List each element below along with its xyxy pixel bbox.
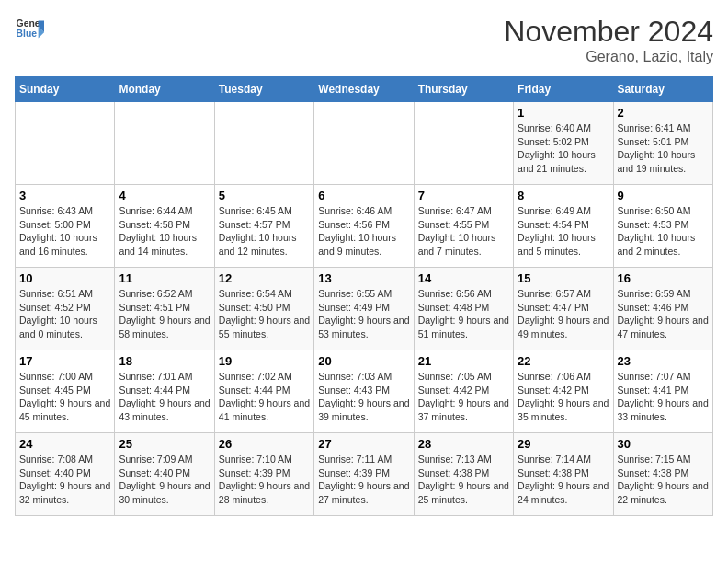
day-info: Sunrise: 6:43 AM Sunset: 5:00 PM Dayligh… [19,204,110,259]
calendar-cell: 21Sunrise: 7:05 AM Sunset: 4:42 PM Dayli… [414,350,513,433]
calendar-cell [314,102,414,185]
svg-text:Blue: Blue [17,29,38,39]
day-info: Sunrise: 6:56 AM Sunset: 4:48 PM Dayligh… [418,287,509,341]
calendar-cell: 17Sunrise: 7:00 AM Sunset: 4:45 PM Dayli… [16,350,115,433]
calendar-week-2: 3Sunrise: 6:43 AM Sunset: 5:00 PM Daylig… [16,185,713,268]
day-number: 4 [119,189,210,202]
calendar-cell [16,102,115,185]
day-number: 11 [119,271,210,285]
day-number: 9 [618,189,709,202]
day-number: 2 [618,106,709,120]
day-info: Sunrise: 6:46 AM Sunset: 4:56 PM Dayligh… [318,204,409,259]
day-info: Sunrise: 6:45 AM Sunset: 4:57 PM Dayligh… [219,204,310,259]
calendar-cell: 20Sunrise: 7:03 AM Sunset: 4:43 PM Dayli… [314,350,414,433]
calendar-cell: 22Sunrise: 7:06 AM Sunset: 4:42 PM Dayli… [514,350,613,433]
day-info: Sunrise: 6:57 AM Sunset: 4:47 PM Dayligh… [518,287,609,341]
day-info: Sunrise: 6:59 AM Sunset: 4:46 PM Dayligh… [618,287,709,341]
col-header-monday: Monday [115,77,214,102]
month-title: November 2024 [504,15,713,49]
calendar-cell: 7Sunrise: 6:47 AM Sunset: 4:55 PM Daylig… [414,185,513,268]
day-info: Sunrise: 7:07 AM Sunset: 4:41 PM Dayligh… [618,370,709,424]
title-block: November 2024 Gerano, Lazio, Italy [504,15,713,65]
day-info: Sunrise: 7:05 AM Sunset: 4:42 PM Dayligh… [418,370,509,424]
day-number: 18 [119,354,210,368]
day-info: Sunrise: 7:01 AM Sunset: 4:44 PM Dayligh… [119,370,210,424]
calendar-cell: 4Sunrise: 6:44 AM Sunset: 4:58 PM Daylig… [115,185,214,268]
day-number: 28 [418,437,509,451]
day-number: 13 [318,271,409,285]
calendar-cell: 28Sunrise: 7:13 AM Sunset: 4:38 PM Dayli… [414,433,513,516]
col-header-sunday: Sunday [16,77,115,102]
calendar-cell: 27Sunrise: 7:11 AM Sunset: 4:39 PM Dayli… [314,433,414,516]
col-header-saturday: Saturday [613,77,712,102]
page-header: General Blue November 2024 Gerano, Lazio… [15,15,713,65]
day-number: 5 [219,189,310,202]
calendar-cell: 25Sunrise: 7:09 AM Sunset: 4:40 PM Dayli… [115,433,214,516]
logo-icon: General Blue [15,15,44,44]
day-number: 10 [19,271,110,285]
location-title: Gerano, Lazio, Italy [504,49,713,65]
day-info: Sunrise: 6:51 AM Sunset: 4:52 PM Dayligh… [19,287,110,341]
day-number: 17 [19,354,110,368]
calendar-cell: 26Sunrise: 7:10 AM Sunset: 4:39 PM Dayli… [214,433,313,516]
day-info: Sunrise: 6:41 AM Sunset: 5:01 PM Dayligh… [618,121,709,176]
col-header-wednesday: Wednesday [314,77,414,102]
day-number: 3 [19,189,110,202]
day-info: Sunrise: 7:14 AM Sunset: 4:38 PM Dayligh… [518,453,609,507]
day-number: 1 [518,106,609,120]
calendar-cell: 13Sunrise: 6:55 AM Sunset: 4:49 PM Dayli… [314,268,414,350]
day-info: Sunrise: 6:54 AM Sunset: 4:50 PM Dayligh… [219,287,310,341]
calendar-cell: 12Sunrise: 6:54 AM Sunset: 4:50 PM Dayli… [214,268,313,350]
day-info: Sunrise: 6:44 AM Sunset: 4:58 PM Dayligh… [119,204,210,259]
day-info: Sunrise: 7:08 AM Sunset: 4:40 PM Dayligh… [19,453,110,507]
calendar-cell: 29Sunrise: 7:14 AM Sunset: 4:38 PM Dayli… [514,433,613,516]
day-info: Sunrise: 7:02 AM Sunset: 4:44 PM Dayligh… [219,370,310,424]
calendar-cell: 9Sunrise: 6:50 AM Sunset: 4:53 PM Daylig… [613,185,712,268]
calendar-cell: 3Sunrise: 6:43 AM Sunset: 5:00 PM Daylig… [16,185,115,268]
day-info: Sunrise: 6:40 AM Sunset: 5:02 PM Dayligh… [518,121,609,176]
day-number: 6 [318,189,409,202]
calendar-week-4: 17Sunrise: 7:00 AM Sunset: 4:45 PM Dayli… [16,350,713,433]
calendar-cell: 14Sunrise: 6:56 AM Sunset: 4:48 PM Dayli… [414,268,513,350]
calendar-cell: 19Sunrise: 7:02 AM Sunset: 4:44 PM Dayli… [214,350,313,433]
day-info: Sunrise: 6:55 AM Sunset: 4:49 PM Dayligh… [318,287,409,341]
day-info: Sunrise: 7:09 AM Sunset: 4:40 PM Dayligh… [119,453,210,507]
day-number: 14 [418,271,509,285]
day-info: Sunrise: 6:49 AM Sunset: 4:54 PM Dayligh… [518,204,609,259]
day-info: Sunrise: 7:15 AM Sunset: 4:38 PM Dayligh… [618,453,709,507]
calendar-cell: 18Sunrise: 7:01 AM Sunset: 4:44 PM Dayli… [115,350,214,433]
day-number: 29 [518,437,609,451]
calendar-cell: 30Sunrise: 7:15 AM Sunset: 4:38 PM Dayli… [613,433,712,516]
logo: General Blue [15,15,44,44]
calendar-cell: 10Sunrise: 6:51 AM Sunset: 4:52 PM Dayli… [16,268,115,350]
calendar-cell [214,102,313,185]
day-number: 15 [518,271,609,285]
col-header-friday: Friday [514,77,613,102]
day-number: 19 [219,354,310,368]
day-info: Sunrise: 6:47 AM Sunset: 4:55 PM Dayligh… [418,204,509,259]
day-info: Sunrise: 7:10 AM Sunset: 4:39 PM Dayligh… [219,453,310,507]
day-info: Sunrise: 6:52 AM Sunset: 4:51 PM Dayligh… [119,287,210,341]
calendar-cell: 15Sunrise: 6:57 AM Sunset: 4:47 PM Dayli… [514,268,613,350]
calendar-week-3: 10Sunrise: 6:51 AM Sunset: 4:52 PM Dayli… [16,268,713,350]
day-info: Sunrise: 7:03 AM Sunset: 4:43 PM Dayligh… [318,370,409,424]
day-number: 21 [418,354,509,368]
day-number: 7 [418,189,509,202]
calendar-cell: 24Sunrise: 7:08 AM Sunset: 4:40 PM Dayli… [16,433,115,516]
day-number: 12 [219,271,310,285]
calendar-cell: 8Sunrise: 6:49 AM Sunset: 4:54 PM Daylig… [514,185,613,268]
calendar-cell: 1Sunrise: 6:40 AM Sunset: 5:02 PM Daylig… [514,102,613,185]
day-info: Sunrise: 7:00 AM Sunset: 4:45 PM Dayligh… [19,370,110,424]
day-number: 30 [618,437,709,451]
day-number: 26 [219,437,310,451]
day-number: 23 [618,354,709,368]
calendar-cell: 2Sunrise: 6:41 AM Sunset: 5:01 PM Daylig… [613,102,712,185]
day-number: 20 [318,354,409,368]
calendar-table: SundayMondayTuesdayWednesdayThursdayFrid… [15,76,713,516]
day-info: Sunrise: 7:11 AM Sunset: 4:39 PM Dayligh… [318,453,409,507]
calendar-cell [414,102,513,185]
day-info: Sunrise: 7:13 AM Sunset: 4:38 PM Dayligh… [418,453,509,507]
calendar-week-1: 1Sunrise: 6:40 AM Sunset: 5:02 PM Daylig… [16,102,713,185]
calendar-cell: 16Sunrise: 6:59 AM Sunset: 4:46 PM Dayli… [613,268,712,350]
day-info: Sunrise: 7:06 AM Sunset: 4:42 PM Dayligh… [518,370,609,424]
